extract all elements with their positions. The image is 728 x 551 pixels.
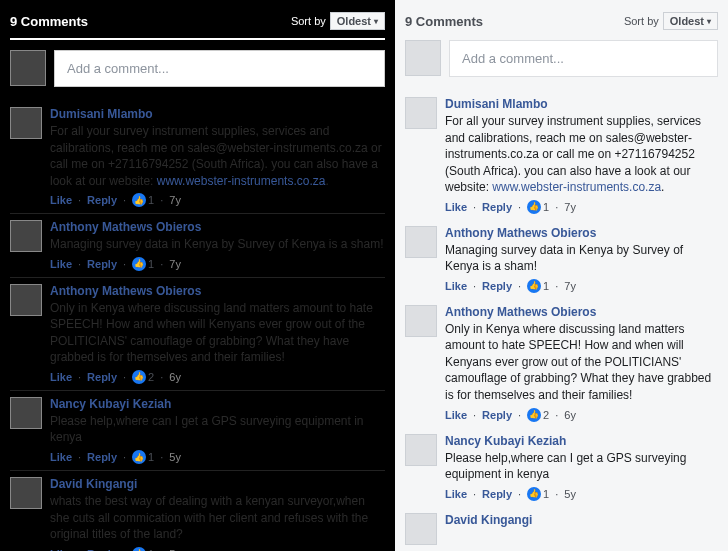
- comment-actions: Like·Reply·👍2·6y: [50, 370, 385, 384]
- comment-text: For all your survey instrument supplies,…: [50, 123, 385, 189]
- comment-text: Managing survey data in Kenya by Survey …: [445, 242, 718, 275]
- commenter-avatar[interactable]: [10, 397, 42, 429]
- reply-button[interactable]: Reply: [87, 371, 117, 383]
- comment-time[interactable]: 7y: [169, 258, 181, 270]
- sort-label: Sort by: [291, 15, 326, 27]
- like-button[interactable]: Like: [50, 258, 72, 270]
- commenter-avatar[interactable]: [405, 434, 437, 466]
- like-count[interactable]: 👍1: [527, 279, 549, 293]
- comments-count: 9 Comments: [405, 14, 483, 29]
- commenter-avatar[interactable]: [405, 226, 437, 258]
- user-avatar[interactable]: [10, 50, 46, 86]
- user-avatar[interactable]: [405, 40, 441, 76]
- commenter-avatar[interactable]: [10, 477, 42, 509]
- thumbs-up-icon: 👍: [527, 408, 541, 422]
- comment-composer: Add a comment...: [405, 40, 718, 77]
- comment-text: Please help,where can I get a GPS survey…: [50, 413, 385, 446]
- comment-row: Dumisani MlamboFor all your survey instr…: [10, 101, 385, 214]
- commenter-avatar[interactable]: [10, 284, 42, 316]
- commenter-avatar[interactable]: [10, 220, 42, 252]
- thumbs-up-icon: 👍: [527, 487, 541, 501]
- comment-time[interactable]: 5y: [169, 451, 181, 463]
- comment-time[interactable]: 6y: [564, 409, 576, 421]
- like-count[interactable]: 👍2: [132, 370, 154, 384]
- sort-dropdown[interactable]: Oldest▾: [330, 12, 385, 30]
- commenter-name[interactable]: Anthony Mathews Obieros: [50, 284, 385, 298]
- reply-button[interactable]: Reply: [87, 451, 117, 463]
- like-count[interactable]: 👍1: [132, 547, 154, 551]
- comment-actions: Like·Reply·👍2·6y: [445, 408, 718, 422]
- reply-button[interactable]: Reply: [87, 548, 117, 551]
- thumbs-up-icon: 👍: [132, 370, 146, 384]
- sort-label: Sort by: [624, 15, 659, 27]
- commenter-name[interactable]: Anthony Mathews Obieros: [445, 226, 718, 240]
- comment-input[interactable]: Add a comment...: [449, 40, 718, 77]
- like-count[interactable]: 👍2: [527, 408, 549, 422]
- commenter-name[interactable]: Nancy Kubayi Keziah: [445, 434, 718, 448]
- comment-row: Anthony Mathews ObierosManaging survey d…: [10, 214, 385, 278]
- reply-button[interactable]: Reply: [482, 488, 512, 500]
- reply-button[interactable]: Reply: [482, 280, 512, 292]
- commenter-avatar[interactable]: [405, 513, 437, 545]
- reply-button[interactable]: Reply: [87, 258, 117, 270]
- commenter-avatar[interactable]: [10, 107, 42, 139]
- reply-button[interactable]: Reply: [87, 194, 117, 206]
- commenter-avatar[interactable]: [405, 97, 437, 129]
- comment-text: whats the best way of dealing with a ken…: [50, 493, 385, 543]
- like-button[interactable]: Like: [445, 280, 467, 292]
- commenter-name[interactable]: Nancy Kubayi Keziah: [50, 397, 385, 411]
- commenter-avatar[interactable]: [405, 305, 437, 337]
- thumbs-up-icon: 👍: [132, 193, 146, 207]
- comment-actions: Like·Reply·👍1·5y: [50, 547, 385, 551]
- comment-actions: Like·Reply·👍1·7y: [50, 257, 385, 271]
- commenter-name[interactable]: Anthony Mathews Obieros: [445, 305, 718, 319]
- comment-link[interactable]: www.webster-instruments.co.za: [492, 180, 661, 194]
- comments-header: 9 CommentsSort byOldest▾: [10, 8, 385, 40]
- thumbs-up-icon: 👍: [132, 257, 146, 271]
- commenter-name[interactable]: David Kingangi: [445, 513, 718, 527]
- chevron-down-icon: ▾: [374, 17, 378, 26]
- comment-actions: Like·Reply·👍1·7y: [50, 193, 385, 207]
- commenter-name[interactable]: Dumisani Mlambo: [50, 107, 385, 121]
- sort-dropdown[interactable]: Oldest▾: [663, 12, 718, 30]
- comment-text: Please help,where can I get a GPS survey…: [445, 450, 718, 483]
- commenter-name[interactable]: David Kingangi: [50, 477, 385, 491]
- comment-actions: Like·Reply·👍1·7y: [445, 200, 718, 214]
- like-button[interactable]: Like: [445, 409, 467, 421]
- like-button[interactable]: Like: [50, 451, 72, 463]
- comment-time[interactable]: 6y: [169, 371, 181, 383]
- comment-link[interactable]: www.webster-instruments.co.za: [157, 174, 326, 188]
- comment-row: Nancy Kubayi KeziahPlease help,where can…: [10, 391, 385, 471]
- reply-button[interactable]: Reply: [482, 409, 512, 421]
- comment-actions: Like·Reply·👍1·5y: [50, 450, 385, 464]
- comment-row: David Kingangiwhats the best way of deal…: [10, 471, 385, 551]
- like-count[interactable]: 👍1: [527, 200, 549, 214]
- like-count[interactable]: 👍1: [527, 487, 549, 501]
- chevron-down-icon: ▾: [707, 17, 711, 26]
- comment-text: Managing survey data in Kenya by Survey …: [50, 236, 385, 253]
- commenter-name[interactable]: Anthony Mathews Obieros: [50, 220, 385, 234]
- thumbs-up-icon: 👍: [132, 450, 146, 464]
- comment-actions: Like·Reply·👍1·5y: [445, 487, 718, 501]
- comment-row: Anthony Mathews ObierosOnly in Kenya whe…: [10, 278, 385, 391]
- comment-row: David Kingangi: [405, 507, 718, 551]
- like-button[interactable]: Like: [50, 194, 72, 206]
- like-button[interactable]: Like: [445, 201, 467, 213]
- comments-header: 9 CommentsSort byOldest▾: [405, 8, 718, 40]
- like-count[interactable]: 👍1: [132, 450, 154, 464]
- comment-row: Anthony Mathews ObierosOnly in Kenya whe…: [405, 299, 718, 428]
- like-button[interactable]: Like: [50, 548, 72, 551]
- like-button[interactable]: Like: [445, 488, 467, 500]
- comment-time[interactable]: 7y: [169, 194, 181, 206]
- comment-input[interactable]: Add a comment...: [54, 50, 385, 87]
- comment-time[interactable]: 7y: [564, 201, 576, 213]
- like-count[interactable]: 👍1: [132, 257, 154, 271]
- reply-button[interactable]: Reply: [482, 201, 512, 213]
- comment-text: Only in Kenya where discussing land matt…: [50, 300, 385, 366]
- like-button[interactable]: Like: [50, 371, 72, 383]
- like-count[interactable]: 👍1: [132, 193, 154, 207]
- comment-time[interactable]: 5y: [564, 488, 576, 500]
- comment-time[interactable]: 5y: [169, 548, 181, 551]
- commenter-name[interactable]: Dumisani Mlambo: [445, 97, 718, 111]
- comment-time[interactable]: 7y: [564, 280, 576, 292]
